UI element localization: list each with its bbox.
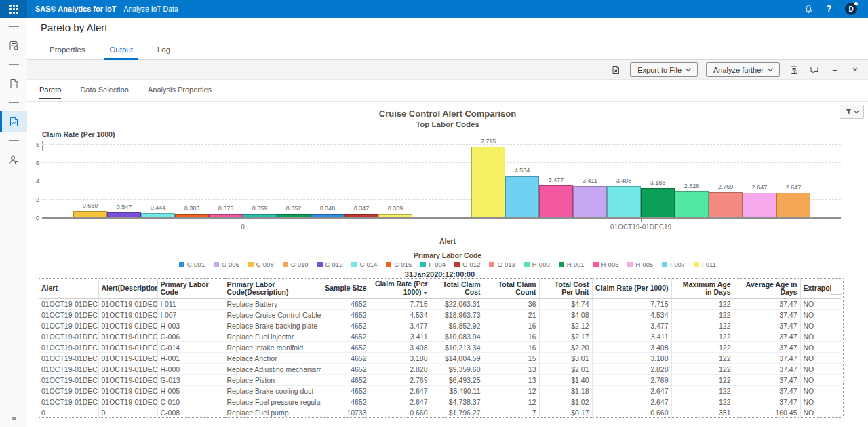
avatar[interactable]: D <box>845 3 857 15</box>
legend-item-C-012[interactable]: C-012 <box>317 261 343 268</box>
col-header-maximum-age-in-days[interactable]: Maximum Age in Days <box>671 279 734 299</box>
sidebar-item-data[interactable] <box>0 73 27 94</box>
table-cell: 3.188 <box>370 353 431 364</box>
app-launcher-button[interactable] <box>0 0 27 18</box>
x-tick-mark <box>243 219 243 222</box>
bar-01OCT19-01DEC19-I-011[interactable] <box>471 147 505 217</box>
subtab-pareto[interactable]: Pareto <box>39 86 61 99</box>
table-row[interactable]: 01OCT19-01DEC1901OCT19-01DEC19H-001Repla… <box>39 353 841 364</box>
tab-output[interactable]: Output <box>100 41 142 59</box>
bar-01OCT19-01DEC19-C-010[interactable] <box>776 193 810 217</box>
col-header-alert-description-[interactable]: Alert(Description) <box>98 279 157 299</box>
pdf-preview-icon[interactable] <box>610 65 622 75</box>
help-icon[interactable]: ? <box>827 4 831 14</box>
table-row[interactable]: 01OCT19-01DEC1901OCT19-01DEC19H-003Repla… <box>39 320 841 331</box>
table-cell: NO <box>800 310 841 320</box>
table-row[interactable]: 01OCT19-01DEC1901OCT19-01DEC19I-011Repla… <box>39 299 841 310</box>
app-launcher-grid-icon <box>9 5 18 14</box>
legend-item-C-001[interactable]: C-001 <box>179 261 205 268</box>
table-cell: 37.47 <box>734 396 800 407</box>
bar-0-C-001[interactable] <box>311 214 344 217</box>
chevron-down-icon <box>768 66 773 71</box>
legend-item-H-003[interactable]: H-003 <box>593 261 619 268</box>
table-cell: 4652 <box>321 310 370 320</box>
legend-item-H-000[interactable]: H-000 <box>524 261 550 268</box>
table-cell: 0 <box>39 407 98 418</box>
table-row[interactable]: 01OCT19-01DEC1901OCT19-01DEC19H-005Repla… <box>39 386 841 396</box>
bar-01OCT19-01DEC19-I-007[interactable] <box>505 176 539 217</box>
col-header-total-cost-per-unit[interactable]: Total Cost Per Unit <box>539 279 592 299</box>
table-row[interactable]: 01OCT19-01DEC1901OCT19-01DEC19C-014Repla… <box>39 342 841 353</box>
legend-item-C-006[interactable]: C-006 <box>214 261 239 268</box>
sidebar-item-program[interactable] <box>0 35 27 56</box>
bar-0-F-004[interactable] <box>243 214 277 217</box>
table-row[interactable]: 00C-008Replace Fuel pump107330.660$1,796… <box>39 407 841 418</box>
table-row[interactable]: 01OCT19-01DEC1901OCT19-01DEC19C-010Repla… <box>39 396 841 407</box>
tab-log[interactable]: Log <box>149 41 179 59</box>
table-row[interactable]: 01OCT19-01DEC1901OCT19-01DEC19C-006Repla… <box>39 331 841 342</box>
legend-item-F-004[interactable]: F-004 <box>420 261 446 268</box>
table-row[interactable]: 01OCT19-01DEC1901OCT19-01DEC19I-007Repla… <box>39 310 841 320</box>
col-header-total-claim-cost[interactable]: Total Claim Cost <box>431 279 484 299</box>
table-cell: 01OCT19-01DEC19 <box>98 353 157 364</box>
tab-properties[interactable]: Properties <box>41 41 94 59</box>
legend-item-I-007[interactable]: I-007 <box>662 261 685 268</box>
legend-item-G-013[interactable]: G-013 <box>489 261 515 268</box>
col-header-primary-labor-code[interactable]: Primary Labor Code <box>157 279 224 299</box>
table-cell: 37.47 <box>734 364 800 375</box>
col-header-average-age-in-days[interactable]: Average Age in Days <box>734 279 800 299</box>
bar-0-C-014[interactable] <box>141 213 175 217</box>
col-header-alert[interactable]: Alert <box>39 279 98 299</box>
bar-0-G-012[interactable] <box>344 214 378 217</box>
table-row[interactable]: 01OCT19-01DEC1901OCT19-01DEC19G-013Repla… <box>39 375 841 386</box>
bar-01OCT19-01DEC19-G-013[interactable] <box>709 192 743 217</box>
table-cell: 2.647 <box>370 396 431 407</box>
expand-sidebar-button[interactable]: » <box>0 413 27 423</box>
export-to-file-button[interactable]: Export to File <box>630 62 698 77</box>
minimize-icon[interactable]: – <box>829 66 841 74</box>
bell-icon[interactable] <box>804 5 813 14</box>
sidebar-item-reports[interactable] <box>0 111 27 132</box>
legend-item-C-014[interactable]: C-014 <box>351 261 377 268</box>
col-header-sample-size[interactable]: Sample Size <box>321 279 370 299</box>
legend-item-C-015[interactable]: C-015 <box>386 261 412 268</box>
sidebar-item-users[interactable] <box>0 149 27 170</box>
analyze-further-button[interactable]: Analyze further <box>706 62 780 77</box>
legend-item-H-001[interactable]: H-001 <box>559 261 585 268</box>
legend-swatch <box>179 262 184 267</box>
bar-01OCT19-01DEC19-H-001[interactable] <box>641 188 675 217</box>
col-header-primary-labor-code-description-[interactable]: Primary Labor Code(Description) <box>224 279 321 299</box>
output-subtabs: ParetoData SelectionAnalysis Properties <box>39 86 212 99</box>
subtab-data-selection[interactable]: Data Selection <box>80 86 129 99</box>
table-scrollbar-corner[interactable] <box>831 280 842 295</box>
legend-item-G-012[interactable]: G-012 <box>454 261 480 268</box>
close-icon[interactable]: ✕ <box>849 67 861 73</box>
bar-0-H-001[interactable] <box>277 214 311 217</box>
legend-item-C-008[interactable]: C-008 <box>248 261 274 268</box>
subtab-analysis-properties[interactable]: Analysis Properties <box>148 86 212 99</box>
bar-0-C-012[interactable] <box>107 212 141 217</box>
col-header-claim-rate-per-1000-[interactable]: Claim Rate (Per 1000) <box>592 279 671 299</box>
bar-value-label: 3.477 <box>539 177 573 183</box>
bar-01OCT19-01DEC19-C-014[interactable] <box>607 186 641 217</box>
bar-01OCT19-01DEC19-H-005[interactable] <box>743 193 776 217</box>
legend-item-H-005[interactable]: H-005 <box>627 261 653 268</box>
comment-icon[interactable] <box>808 65 821 75</box>
bar-01OCT19-01DEC19-H-000[interactable] <box>675 191 709 217</box>
table-cell: NO <box>800 386 841 396</box>
bar-0-C-015[interactable] <box>175 214 209 217</box>
legend-swatch <box>214 262 219 267</box>
clipboard-icon[interactable] <box>788 65 800 75</box>
bar-0-H-003[interactable] <box>209 214 243 217</box>
reports-icon <box>8 116 20 128</box>
bar-01OCT19-01DEC19-C-006[interactable] <box>573 186 607 217</box>
legend-item-C-010[interactable]: C-010 <box>283 261 309 268</box>
bar-01OCT19-01DEC19-H-003[interactable] <box>539 185 573 217</box>
col-header-total-claim-count[interactable]: Total Claim Count <box>484 279 539 299</box>
bar-0-I-011[interactable] <box>378 214 412 217</box>
table-row[interactable]: 01OCT19-01DEC1901OCT19-01DEC19H-000Repla… <box>39 364 841 375</box>
col-header-claim-rate-per-1000-[interactable]: Claim Rate (Per 1000)▼ <box>370 279 431 299</box>
table-scrollbar-track[interactable] <box>843 278 844 417</box>
legend-item-I-011[interactable]: I-011 <box>694 261 716 268</box>
bar-0-C-008[interactable] <box>73 211 107 217</box>
